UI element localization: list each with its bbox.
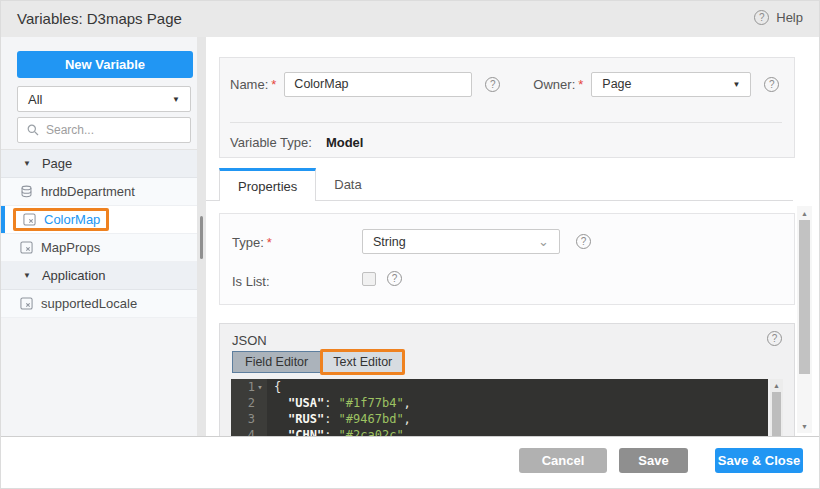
owner-selected-value: Page <box>602 77 631 91</box>
type-label: Type:* <box>232 235 272 250</box>
scroll-up-icon[interactable]: ▲ <box>770 379 783 391</box>
help-link[interactable]: ? Help <box>754 10 803 25</box>
code-token: : <box>324 396 338 410</box>
sidebar-group-application[interactable]: ▼ Application <box>1 262 197 290</box>
variable-label: ColorMap <box>44 212 100 227</box>
gutter-row: 2 <box>231 395 267 411</box>
field-editor-button[interactable]: Field Editor <box>233 352 321 372</box>
sidebar-scrollbar[interactable] <box>197 37 206 436</box>
sidebar-item-mapprops[interactable]: MapProps <box>1 234 197 262</box>
save-button[interactable]: Save <box>619 448 688 473</box>
name-help-icon[interactable]: ? <box>485 77 500 92</box>
sidebar-scrollbar-thumb[interactable] <box>200 216 203 259</box>
group-label: Page <box>42 156 72 171</box>
required-marker: * <box>271 77 276 92</box>
tab-bar: Properties Data <box>206 168 793 201</box>
save-close-button[interactable]: Save & Close <box>715 448 803 473</box>
dialog-footer: Cancel Save Save & Close <box>1 436 819 488</box>
variable-type-row: Variable Type: Model <box>230 135 363 150</box>
sidebar-group-page[interactable]: ▼ Page <box>1 150 197 178</box>
type-help-icon[interactable]: ? <box>576 234 591 249</box>
code-token: "RUS" <box>288 412 324 426</box>
owner-select[interactable]: Page ▼ <box>591 72 751 97</box>
is-list-checkbox[interactable] <box>362 272 376 286</box>
annotation-highlight-colormap: ColorMap <box>13 208 109 231</box>
gutter-row: 1 ▾ <box>231 379 267 395</box>
is-list-help-icon[interactable]: ? <box>387 271 402 286</box>
line-number: 1 <box>248 380 255 394</box>
annotation-highlight-text-editor: Text Editor <box>320 349 405 375</box>
editor-gutter: 1 ▾ 2 3 4 <box>231 379 267 439</box>
editor-scrollbar-thumb[interactable] <box>772 392 781 439</box>
editor-code-area: { "USA": "#1f77b4", "RUS": "#9467bd", "C… <box>267 379 768 439</box>
chevron-down-icon: ⌄ <box>538 238 549 246</box>
gutter-row: 3 <box>231 411 267 427</box>
json-code-editor[interactable]: 1 ▾ 2 3 4 <box>231 379 768 439</box>
dropdown-arrow-icon: ▼ <box>172 95 180 104</box>
variable-name-input[interactable] <box>284 72 472 97</box>
type-selected-value: String <box>373 235 406 249</box>
variable-summary-form: Name:* ? Owner:* Page ▼ ? Variable Type:… <box>219 57 795 158</box>
code-line: "USA": "#1f77b4", <box>274 395 768 411</box>
variable-type-label: Variable Type: <box>230 135 312 150</box>
type-select[interactable]: String ⌄ <box>362 229 560 254</box>
tab-data[interactable]: Data <box>316 168 379 200</box>
database-icon <box>19 185 33 199</box>
variable-detail-panel: Name:* ? Owner:* Page ▼ ? Variable Type:… <box>206 37 819 436</box>
filter-selected-value: All <box>28 92 42 107</box>
name-owner-row: Name:* ? Owner:* Page ▼ ? <box>230 71 786 97</box>
code-token: "#1f77b4" <box>339 396 404 410</box>
sidebar-item-hrdbdepartment[interactable]: hrdbDepartment <box>1 178 197 206</box>
help-label[interactable]: Help <box>776 10 803 25</box>
editor-toggle-group: Field Editor Text Editor <box>232 351 402 373</box>
group-label: Application <box>42 268 106 283</box>
code-token: : <box>324 412 338 426</box>
help-icon[interactable]: ? <box>754 10 769 25</box>
code-line: "RUS": "#9467bd", <box>274 411 768 427</box>
owner-help-icon[interactable]: ? <box>764 77 779 92</box>
cancel-button[interactable]: Cancel <box>519 448 607 473</box>
variables-sidebar: New Variable All ▼ ▼ Page hrdbDepartment <box>1 37 197 436</box>
search-input[interactable] <box>46 123 176 137</box>
required-marker: * <box>578 77 583 92</box>
required-marker: * <box>267 235 272 250</box>
collapse-arrow-icon[interactable]: ▼ <box>23 159 31 168</box>
variable-filter-select[interactable]: All ▼ <box>17 86 191 112</box>
variable-label: supportedLocale <box>41 296 137 311</box>
scroll-down-icon[interactable]: ▼ <box>797 420 812 432</box>
code-token: { <box>274 380 281 394</box>
fold-arrow-icon[interactable]: ▾ <box>255 382 265 392</box>
variable-search[interactable] <box>17 117 191 143</box>
variable-label: hrdbDepartment <box>41 184 135 199</box>
is-list-label: Is List: <box>232 274 270 289</box>
sidebar-item-colormap[interactable]: ColorMap <box>1 206 197 234</box>
search-icon <box>26 123 40 137</box>
properties-panel: Type:* String ⌄ ? Is List: ? <box>219 213 795 305</box>
line-number: 2 <box>248 396 255 410</box>
text-editor-button[interactable]: Text Editor <box>323 352 402 372</box>
dialog-header: Variables: D3maps Page ? Help <box>1 1 819 37</box>
code-token: "#9467bd" <box>339 412 404 426</box>
variables-dialog: Variables: D3maps Page ? Help New Variab… <box>0 0 820 489</box>
new-variable-button[interactable]: New Variable <box>17 51 193 78</box>
editor-scrollbar[interactable]: ▲ <box>770 379 783 439</box>
variable-icon <box>19 297 33 311</box>
form-divider <box>230 122 782 123</box>
sidebar-item-supportedlocale[interactable]: supportedLocale <box>1 290 197 318</box>
json-section-title: JSON <box>232 333 267 348</box>
line-number: 3 <box>248 412 255 426</box>
content-scrollbar-thumb[interactable] <box>799 220 810 374</box>
variable-icon <box>22 213 36 227</box>
json-help-icon[interactable]: ? <box>767 331 782 346</box>
variable-type-value: Model <box>326 135 364 150</box>
owner-label: Owner:* <box>533 77 583 92</box>
code-token: , <box>404 396 411 410</box>
code-token: "USA" <box>288 396 324 410</box>
variable-label: MapProps <box>41 240 100 255</box>
content-scrollbar[interactable]: ▲ ▼ <box>797 206 812 433</box>
variables-tree: ▼ Page hrdbDepartment ColorMap <box>1 149 197 318</box>
code-token: , <box>404 412 411 426</box>
collapse-arrow-icon[interactable]: ▼ <box>23 271 31 280</box>
scroll-up-icon[interactable]: ▲ <box>797 207 812 219</box>
tab-properties[interactable]: Properties <box>219 168 316 201</box>
